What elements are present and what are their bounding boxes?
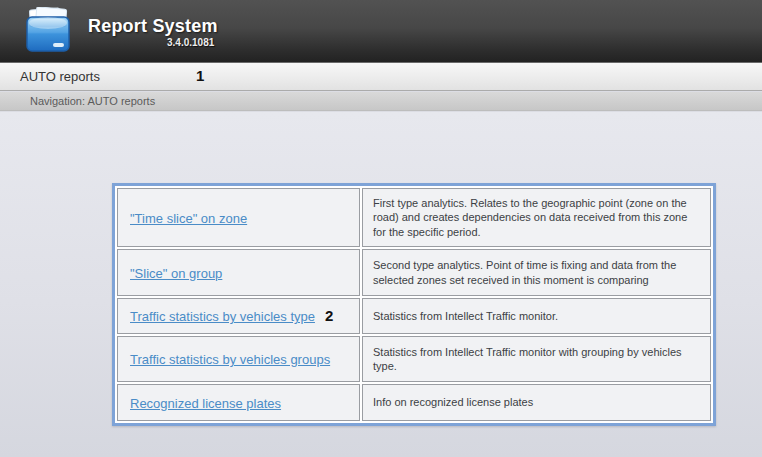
annotation-1: 1: [196, 67, 204, 84]
row-annotation: 2: [325, 307, 333, 324]
report-row: Traffic statistics by vehicles groups St…: [117, 336, 711, 382]
report-description: Info on recognized license plates: [362, 384, 711, 421]
app-title: Report System: [88, 16, 218, 37]
report-row: Recognized license plates Info on recogn…: [117, 384, 711, 421]
report-link[interactable]: "Slice" on group: [130, 266, 222, 281]
report-folder-icon: [20, 7, 76, 55]
report-description: Second type analytics. Point of time is …: [362, 249, 711, 296]
report-link[interactable]: "Time slice" on zone: [130, 211, 247, 226]
report-row: Traffic statistics by vehicles type2 Sta…: [117, 298, 711, 334]
menu-bar: AUTO reports 1: [0, 62, 762, 91]
report-row: "Slice" on group Second type analytics. …: [117, 249, 711, 296]
menu-item-auto-reports[interactable]: AUTO reports: [20, 69, 100, 84]
app-header: Report System 3.4.0.1081: [0, 0, 762, 62]
report-link[interactable]: Traffic statistics by vehicles groups: [130, 352, 330, 367]
report-description: First type analytics. Relates to the geo…: [362, 188, 711, 247]
breadcrumb-bar: Navigation: AUTO reports: [0, 92, 762, 111]
report-link[interactable]: Recognized license plates: [130, 396, 281, 411]
content-area: "Time slice" on zone First type analytic…: [0, 112, 762, 457]
report-link[interactable]: Traffic statistics by vehicles type: [130, 309, 315, 324]
report-description: Statistics from Intellect Traffic monito…: [362, 336, 711, 382]
app-version: 3.4.0.1081: [167, 37, 214, 48]
reports-table-body: "Time slice" on zone First type analytic…: [117, 188, 711, 421]
report-row: "Time slice" on zone First type analytic…: [117, 188, 711, 247]
report-description: Statistics from Intellect Traffic monito…: [362, 298, 711, 334]
reports-table: "Time slice" on zone First type analytic…: [112, 183, 716, 426]
breadcrumb: Navigation: AUTO reports: [30, 95, 155, 107]
